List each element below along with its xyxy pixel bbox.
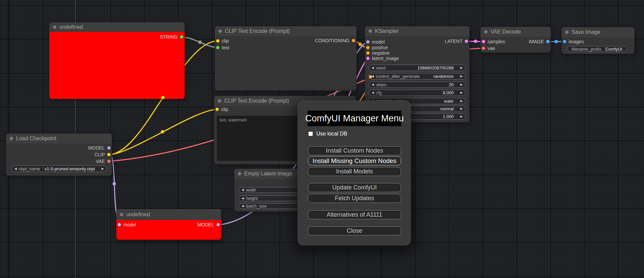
input-port-negative[interactable]: negative [366,50,390,56]
use-local-db-checkbox[interactable] [308,131,313,136]
input-port-clip[interactable]: clip [216,38,229,44]
model-port-dot[interactable] [216,223,220,226]
node-undefined-bottom[interactable]: undefined model MODEL [116,209,221,240]
widget-steps[interactable]: ◀ steps 20 ▶ [369,81,466,88]
latent-port-dot[interactable] [482,40,485,43]
fetch-updates-button[interactable]: Fetch Updates [308,194,401,203]
collapse-dot-icon[interactable] [484,30,488,34]
widget-control-after-generate[interactable]: ◀ control_after_generate randomize ▶ [369,73,466,79]
collapse-dot-icon[interactable] [238,172,241,175]
right-arrow-icon[interactable]: ▶ [460,107,463,110]
right-arrow-icon[interactable]: ▶ [460,100,463,103]
port-label: clip [221,107,228,112]
input-port-text[interactable]: text [216,45,230,50]
input-port-vae[interactable]: vae [482,46,495,51]
clip-port-dot[interactable] [215,108,219,111]
output-port-model[interactable]: MODEL [197,222,220,227]
model-port-dot[interactable] [366,40,370,44]
model-port-dot[interactable] [107,146,111,150]
alternatives-of-a1111-button[interactable]: Alternatives of A1111 [308,210,401,219]
input-port-positive[interactable]: positive [366,45,388,50]
right-arrow-icon[interactable]: ▶ [102,167,104,170]
output-port-image[interactable]: IMAGE [529,39,550,44]
port-label: latent_image [372,56,399,61]
node-titlebar[interactable]: VAE Decode [480,27,551,37]
install-missing-custom-nodes-button[interactable]: Install Missing Custom Nodes [308,156,401,165]
input-port-images[interactable]: images [563,39,584,44]
widget-ckpt-name[interactable]: ◀ ckpt_name v1-5-pruned-emaonly.ckpt ▶ [11,165,107,172]
install-custom-nodes-button[interactable]: Install Custom Nodes [308,146,401,155]
node-load-checkpoint[interactable]: Load Checkpoint MODEL CLIP VAE ◀ ckpt_na… [6,133,112,176]
node-titlebar[interactable]: undefined [49,22,185,32]
node-titlebar[interactable]: undefined [116,209,221,220]
input-port-latent-image[interactable]: latent_image [366,56,399,61]
collapse-dot-icon[interactable] [565,31,569,34]
vae-port-dot[interactable] [107,160,111,163]
latent-port-dot[interactable] [465,40,468,43]
output-port-latent[interactable]: LATENT [445,39,468,44]
right-arrow-icon[interactable]: ▶ [460,91,463,94]
dialog-title: ComfyUI Manager Menu [308,111,401,126]
widget-filename-prefix[interactable]: filename_prefix ComfyUI [567,46,627,52]
right-arrow-icon[interactable]: ▶ [460,115,463,118]
collapse-dot-icon[interactable] [53,25,56,29]
widget-cfg[interactable]: ◀ cfg 8.000 ▶ [369,90,466,96]
clip-port-dot[interactable] [216,39,219,43]
left-arrow-icon[interactable]: ◀ [372,91,374,94]
input-port-samples[interactable]: samples [482,39,505,44]
vae-port-dot[interactable] [482,47,485,50]
input-port-model[interactable]: model [118,222,136,227]
node-clip-text-encode-1[interactable]: CLIP Text Encode (Prompt) clip text COND… [215,26,357,91]
latent-port-dot[interactable] [366,57,370,60]
left-arrow-icon[interactable]: ◀ [372,83,374,86]
left-arrow-icon[interactable]: ◀ [372,75,374,78]
install-models-button[interactable]: Install Models [308,167,401,176]
output-port-clip[interactable]: CLIP [94,152,111,157]
image-port-dot[interactable] [546,40,550,43]
node-title: CLIP Text Encode (Prompt) [224,98,289,104]
use-local-db-row[interactable]: Use local DB [308,130,347,137]
node-vae-decode[interactable]: VAE Decode samples vae IMAGE [480,27,551,53]
node-titlebar[interactable]: KSampler [365,26,469,36]
image-port-dot[interactable] [563,40,566,43]
model-port-dot[interactable] [118,223,121,226]
right-arrow-icon[interactable]: ▶ [460,83,463,86]
node-title: KSampler [375,28,398,34]
node-titlebar[interactable]: Load Checkpoint [6,133,112,144]
conditioning-port-dot[interactable] [352,39,355,42]
collapse-dot-icon[interactable] [218,99,221,103]
conditioning-port-dot[interactable] [366,51,370,55]
node-title: CLIP Text Encode (Prompt) [225,28,290,34]
port-label: model [123,222,136,227]
collapse-dot-icon[interactable] [10,137,13,140]
left-arrow-icon[interactable]: ◀ [242,197,244,200]
input-port-model[interactable]: model [366,39,385,45]
port-label: positive [372,45,388,50]
input-port-clip[interactable]: clip [215,107,228,112]
clip-port-dot[interactable] [107,153,111,156]
wire-clip-to-prompt2 [109,109,218,155]
output-port-string[interactable]: STRING [160,34,183,40]
node-save-image[interactable]: Save Image images filename_prefix ComfyU… [562,27,635,54]
output-port-vae[interactable]: VAE [96,159,111,164]
node-undefined-top[interactable]: undefined STRING [49,22,185,99]
close-button[interactable]: Close [308,226,401,235]
widget-seed[interactable]: ◀ seed 156680208700286 ▶ [369,65,466,71]
output-port-model[interactable]: MODEL [88,145,111,151]
collapse-dot-icon[interactable] [369,30,372,33]
collapse-dot-icon[interactable] [120,213,123,216]
left-arrow-icon[interactable]: ◀ [14,167,17,170]
collapse-dot-icon[interactable] [218,30,222,33]
update-comfyui-button[interactable]: Update ComfyUI [308,183,401,192]
right-arrow-icon[interactable]: ▶ [460,66,463,69]
output-port-conditioning[interactable]: CONDITIONING [315,38,355,43]
left-arrow-icon[interactable]: ◀ [372,66,374,69]
node-titlebar[interactable]: Save Image [562,27,635,37]
conditioning-port-dot[interactable] [366,46,370,49]
string-port-dot[interactable] [180,35,183,39]
left-arrow-icon[interactable]: ◀ [242,188,244,191]
text-port-dot[interactable] [216,46,219,49]
left-arrow-icon[interactable]: ◀ [242,205,244,208]
node-titlebar[interactable]: CLIP Text Encode (Prompt) [215,26,357,36]
right-arrow-icon[interactable]: ▶ [460,75,463,78]
